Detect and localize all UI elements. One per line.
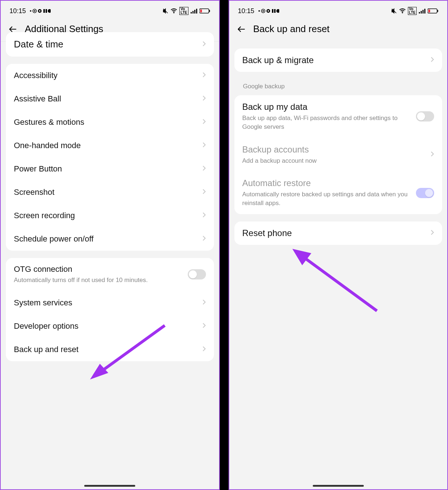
row-sublabel: Back up app data, Wi-Fi passwords and ot… — [242, 114, 416, 131]
chevron-right-icon — [202, 165, 206, 173]
chevron-right-icon — [431, 57, 434, 64]
row-otg-connection[interactable]: OTG connection Automatically turns off i… — [6, 258, 214, 291]
chevron-right-icon — [202, 95, 206, 103]
row-label: One-handed mode — [14, 141, 198, 150]
svg-rect-11 — [196, 9, 197, 13]
back-button[interactable] — [8, 24, 17, 34]
volte-icon: VoLTE — [408, 7, 417, 15]
page-title: Back up and reset — [253, 23, 330, 35]
svg-rect-25 — [419, 12, 420, 13]
auto-restore-toggle[interactable] — [416, 188, 434, 198]
row-label: Screenshot — [14, 188, 198, 197]
row-label: Back up and reset — [14, 345, 198, 354]
row-label: Date & time — [14, 39, 198, 50]
chevron-right-icon — [202, 235, 206, 243]
row-system-services[interactable]: System services — [6, 291, 214, 315]
svg-point-20 — [268, 10, 269, 12]
settings-card-group2: OTG connection Automatically turns off i… — [6, 258, 214, 361]
row-one-handed-mode[interactable]: One-handed mode — [6, 134, 214, 157]
otg-toggle[interactable] — [188, 269, 206, 279]
row-backup-accounts[interactable]: Backup accounts Add a backup account now — [234, 138, 443, 172]
mute-icon — [391, 8, 397, 14]
screen-additional-settings: 10:15 VoLTE Additional Settings Date & t… — [0, 0, 220, 490]
row-sublabel: Automatically turns off if not used for … — [14, 276, 188, 285]
mute-icon — [163, 8, 168, 14]
svg-rect-22 — [274, 9, 276, 13]
status-bar: 10:15 VoLTE — [229, 1, 448, 18]
svg-marker-16 — [90, 364, 108, 379]
wifi-icon — [171, 8, 177, 13]
row-label: Power Button — [14, 164, 198, 174]
svg-rect-30 — [437, 10, 438, 12]
row-screen-recording[interactable]: Screen recording — [6, 204, 214, 227]
screen-back-up-and-reset: 10:15 VoLTE Back up and reset Back up & … — [229, 0, 448, 490]
home-handle[interactable] — [84, 485, 135, 487]
battery-icon — [199, 8, 210, 13]
content: Back up & migrate Google backup Back up … — [229, 41, 448, 245]
home-handle[interactable] — [313, 485, 364, 487]
svg-rect-9 — [192, 11, 194, 13]
svg-point-3 — [39, 10, 40, 12]
row-gestures-motions[interactable]: Gestures & motions — [6, 111, 214, 134]
backup-data-toggle[interactable] — [416, 111, 434, 121]
row-accessibility[interactable]: Accessibility — [6, 64, 214, 87]
volte-icon: VoLTE — [179, 7, 188, 15]
wifi-icon — [399, 8, 406, 13]
svg-point-24 — [402, 12, 403, 13]
chevron-right-icon — [202, 323, 206, 330]
chevron-right-icon — [202, 72, 206, 79]
row-sublabel: Automatically restore backed up settings… — [242, 190, 416, 208]
svg-rect-13 — [209, 10, 210, 12]
content: Date & time Accessibility Assistive Ball… — [1, 32, 219, 361]
row-label: Assistive Ball — [14, 94, 198, 104]
svg-rect-5 — [46, 9, 47, 13]
chevron-right-icon — [202, 212, 206, 219]
row-label: Screen recording — [14, 211, 198, 220]
row-label: Back up my data — [242, 102, 416, 112]
row-reset-phone[interactable]: Reset phone — [234, 221, 443, 245]
row-label: Backup accounts — [242, 144, 426, 155]
row-automatic-restore[interactable]: Automatic restore Automatically restore … — [234, 171, 443, 214]
row-developer-options[interactable]: Developer options — [6, 315, 214, 338]
row-label: Reset phone — [242, 228, 426, 238]
row-assistive-ball[interactable]: Assistive Ball — [6, 87, 214, 111]
svg-marker-33 — [292, 249, 311, 265]
chevron-right-icon — [431, 229, 434, 237]
svg-point-6 — [48, 9, 51, 13]
chevron-right-icon — [202, 119, 206, 126]
row-label: Back up & migrate — [242, 55, 426, 65]
svg-point-23 — [276, 9, 279, 13]
svg-rect-10 — [194, 10, 195, 13]
row-label: Schedule power on/off — [14, 234, 198, 244]
svg-line-32 — [302, 256, 377, 311]
row-power-button[interactable]: Power Button — [6, 157, 214, 181]
svg-point-0 — [30, 10, 31, 12]
svg-rect-28 — [424, 9, 425, 13]
back-button[interactable] — [237, 24, 246, 34]
svg-rect-26 — [421, 11, 422, 13]
svg-rect-4 — [43, 9, 45, 13]
svg-point-17 — [258, 10, 260, 12]
status-indicator-icon — [257, 8, 279, 13]
row-back-up-and-reset[interactable]: Back up and reset — [6, 338, 214, 361]
svg-point-7 — [174, 12, 175, 13]
chevron-right-icon — [202, 41, 206, 48]
row-label: Automatic restore — [242, 178, 416, 188]
row-back-up-my-data[interactable]: Back up my data Back up app data, Wi-Fi … — [234, 95, 443, 138]
row-back-up-migrate[interactable]: Back up & migrate — [234, 49, 443, 72]
card-backup-migrate: Back up & migrate — [234, 49, 443, 72]
status-bar: 10:15 VoLTE — [1, 1, 219, 18]
settings-card-cut: Date & time — [6, 32, 214, 57]
svg-rect-31 — [428, 9, 430, 12]
chevron-right-icon — [202, 142, 206, 149]
signal-icon — [191, 8, 197, 13]
row-date-time[interactable]: Date & time — [6, 32, 214, 57]
status-time: 10:15 — [238, 7, 254, 15]
signal-icon — [419, 8, 425, 13]
row-screenshot[interactable]: Screenshot — [6, 181, 214, 204]
row-label: System services — [14, 298, 198, 308]
chevron-right-icon — [202, 346, 206, 353]
row-sublabel: Add a backup account now — [242, 157, 426, 165]
row-schedule-power[interactable]: Schedule power on/off — [6, 227, 214, 251]
row-label: Developer options — [14, 321, 198, 331]
